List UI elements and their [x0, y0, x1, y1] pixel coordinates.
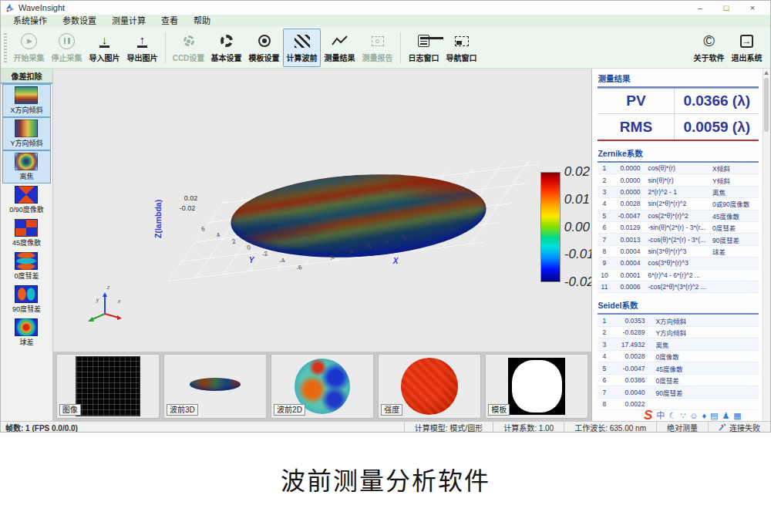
basic-settings-button[interactable]: 基本设置 — [207, 29, 245, 67]
toolbar-grip[interactable] — [4, 33, 7, 62]
close-button[interactable]: × — [739, 2, 766, 15]
colorbar — [540, 172, 561, 282]
sidebar-item-astig-45[interactable]: 45度像散 — [2, 217, 51, 250]
table-row[interactable]: 5 -0.0047 45度像散 — [598, 362, 759, 375]
aberration-sidebar: 像差扣除 X方向倾斜 Y方向倾斜 离焦 0/90度像散 45度像散 — [1, 69, 53, 421]
table-row[interactable]: 8 0.0004 sin(3*θ)*(r)^3 球差 — [598, 246, 759, 258]
y-tick: 6 — [200, 225, 206, 233]
seidel-table: 1 0.0353 X方向倾斜 2 -0.6289 Y方向倾斜 3 17.4932… — [598, 315, 759, 410]
thumbnail-strip: 图像 波前3D 波前2D 强度 模板 — [53, 352, 592, 421]
table-row[interactable]: 3 17.4932 离焦 — [598, 338, 759, 351]
menu-item[interactable]: 参数设置 — [55, 15, 104, 27]
colorbar-ticks: 0.020.010.00-0.01-0.02 — [564, 165, 592, 289]
sidebar-item-x-tilt[interactable]: X方向倾斜 — [2, 84, 51, 117]
menu-item[interactable]: 测量计算 — [104, 15, 153, 27]
connection-icon — [719, 423, 726, 431]
table-row[interactable]: 1 0.0000 cos(θ)*(r) X倾斜 — [598, 163, 759, 174]
sidebar-item-coma-90[interactable]: 90度彗差 — [2, 283, 51, 316]
start-capture-button[interactable]: ▶ 开始采集 — [10, 29, 48, 67]
gear-icon — [221, 31, 233, 51]
punctuation-moon-icon[interactable]: ☾ — [668, 412, 676, 420]
x-tilt-thumbnail-icon — [15, 86, 38, 104]
window-title: WaveInsight — [19, 3, 65, 12]
skin-icon[interactable]: ♟ — [722, 412, 729, 420]
spherical-thumbnail-icon — [15, 318, 38, 336]
results-panel: 测量结果 PV 0.0366 (λ) RMS 0.0059 (λ) Zernik… — [591, 69, 770, 421]
seidel-section-title: Seidel系数 — [598, 299, 759, 315]
compute-wavefront-button[interactable]: 计算波前 — [283, 29, 321, 67]
about-button[interactable]: © 关于软件 — [690, 29, 728, 67]
scrollbar-thumb[interactable] — [764, 78, 769, 132]
log-window-button[interactable]: 日志窗口 — [405, 29, 443, 67]
colorbar-tick: 0.01 — [564, 193, 592, 207]
scroll-up-icon[interactable] — [764, 71, 769, 75]
toolbox-icon[interactable]: ▦ — [733, 412, 741, 420]
thumb-panel-wavefront-2d[interactable]: 波前2D — [271, 354, 374, 419]
table-row[interactable]: 5 -0.0047 cos(2*θ)*(r)^2 45度像散 — [598, 210, 759, 222]
import-image-button[interactable]: ↓ 导入图片 — [86, 29, 123, 67]
import-icon: ↓ — [99, 31, 110, 51]
menu-item[interactable]: 系统操作 — [5, 15, 55, 27]
export-image-button[interactable]: ↑ 导出图片 — [123, 29, 161, 67]
exit-button[interactable]: → 退出系统 — [728, 29, 766, 67]
sidebar-item-coma-0[interactable]: 0度彗差 — [2, 250, 51, 283]
table-row[interactable]: 10 0.0001 6*(r)^4 - 6*(r)^2 ... — [598, 270, 759, 281]
z-tick: 0.02 — [184, 194, 198, 202]
thumb-panel-template[interactable]: 模板 — [485, 354, 588, 419]
x-axis-label: X — [393, 257, 399, 265]
thumb-panel-wavefront-3d[interactable]: 波前3D — [163, 354, 267, 419]
zernike-table: 1 0.0000 cos(θ)*(r) X倾斜 2 0.0000 sin(θ)*… — [598, 163, 759, 293]
table-row[interactable]: 2 -0.6289 Y方向倾斜 — [598, 327, 759, 339]
sidebar-item-y-tilt[interactable]: Y方向倾斜 — [2, 117, 51, 150]
scrollbar[interactable] — [763, 69, 770, 421]
table-row[interactable]: 3 0.0000 2*(r)^2 - 1 离焦 — [598, 187, 759, 198]
emoji-icon[interactable]: ☺ — [689, 412, 698, 420]
page-caption: 波前测量分析软件 — [0, 461, 771, 497]
table-row[interactable]: 9 0.0004 cos(3*θ)*(r)^3 — [598, 258, 759, 269]
template-thumbnail — [508, 358, 565, 415]
thumb-panel-intensity[interactable]: 强度 — [378, 354, 481, 419]
toolbar-separator — [165, 32, 166, 63]
table-row: PV 0.0366 (λ) — [598, 89, 759, 114]
keyboard-icon[interactable]: ▤ — [710, 412, 718, 420]
table-row[interactable]: 4 0.0028 sin(2*θ)*(r)^2 0或90度像散 — [598, 198, 759, 210]
pause-icon — [59, 31, 75, 51]
sidebar-item-astig-0-90[interactable]: 0/90度像散 — [2, 184, 51, 217]
chinese-mode-icon[interactable]: 中 — [656, 412, 665, 420]
wavefront-3d-view[interactable]: Z(lambda) 0.02 -0.02 6420-2-4-6 -6-4-202… — [53, 69, 592, 352]
sidebar-item-defocus[interactable]: 离焦 — [2, 150, 51, 184]
table-row[interactable]: 6 0.0386 0度彗差 — [598, 375, 759, 387]
menu-item[interactable]: 查看 — [153, 15, 186, 27]
sidebar-item-spherical[interactable]: 球差 — [2, 316, 51, 349]
dots-icon[interactable]: ∵ — [680, 412, 685, 420]
measure-report-button[interactable]: 测量报告 — [359, 29, 396, 67]
template-settings-button[interactable]: 模板设置 — [245, 29, 283, 67]
ccd-settings-button[interactable]: CCD设置 — [170, 29, 207, 67]
maximize-button[interactable]: □ — [713, 2, 739, 15]
play-icon: ▶ — [21, 31, 37, 51]
thumb-panel-image[interactable]: 图像 — [56, 354, 160, 419]
table-row[interactable]: 7 0.0040 90度彗差 — [598, 386, 759, 399]
orientation-triad-icon — [82, 288, 125, 325]
table-row[interactable]: 1 0.0353 X方向倾斜 — [598, 315, 759, 327]
mic-icon[interactable]: ♦ — [702, 412, 706, 420]
table-row[interactable]: 6 0.0129 -sin(θ)*(2*(r) - 3*(r... 0度彗差 — [598, 222, 759, 234]
table-row[interactable]: 4 0.0028 0度像散 — [598, 351, 759, 363]
frame-icon — [372, 31, 384, 51]
triad-y-label: y — [96, 297, 99, 302]
y-tick: 2 — [231, 237, 236, 245]
table-row[interactable]: 2 0.0000 sin(θ)*(r) Y倾斜 — [598, 174, 759, 186]
z-axis-label: Z(lambda) — [153, 180, 163, 238]
wavelength-status: 工作波长: 635.00 nm — [564, 422, 656, 433]
stop-capture-button[interactable]: 停止采集 — [48, 29, 86, 67]
menu-item[interactable]: 帮助 — [186, 15, 218, 27]
sogou-logo-icon[interactable]: S — [644, 408, 652, 423]
colorbar-tick: -0.01 — [564, 247, 592, 261]
table-row[interactable]: 11 0.0006 -cos(2*θ)*(3*(r)^2 ... — [598, 281, 759, 293]
minimize-button[interactable]: – — [687, 2, 713, 15]
nav-window-button[interactable]: 导航窗口 — [443, 29, 480, 67]
y-tick: -6 — [295, 264, 302, 272]
table-row[interactable]: 7 0.0013 -cos(θ)*(2*(r) - 3*(... 90度彗差 — [598, 234, 759, 245]
measure-results-button[interactable]: 测量结果 — [321, 29, 359, 67]
toolbar: ▶ 开始采集 停止采集 ↓ 导入图片 ↑ 导出图片 CCD设置 基本设置 模板设… — [1, 27, 770, 69]
